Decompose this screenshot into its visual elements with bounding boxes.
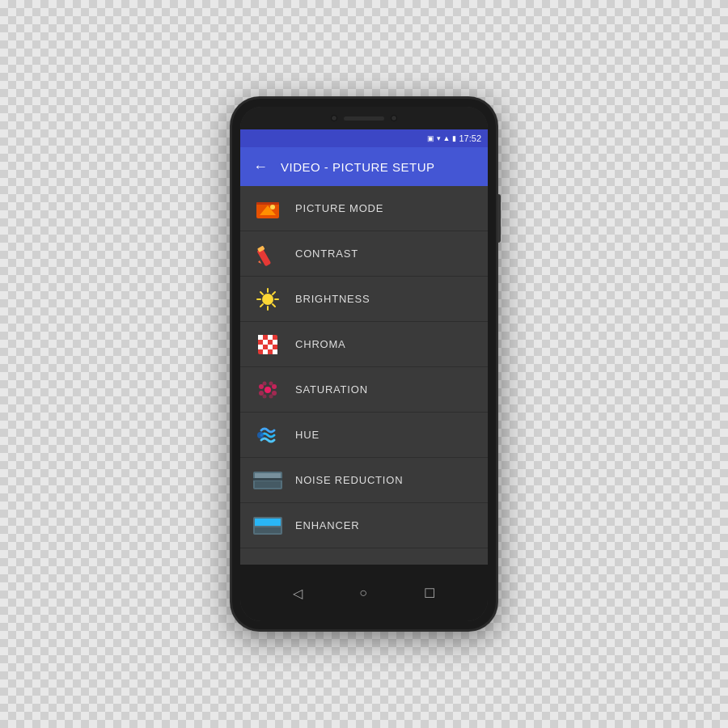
menu-list: PICTURE MODE CONTRAST — [240, 186, 488, 565]
bottom-nav: ◁ ○ ☐ — [240, 565, 488, 621]
svg-rect-21 — [258, 345, 263, 349]
svg-rect-40 — [255, 518, 281, 526]
noise-reduction-icon — [253, 466, 282, 495]
menu-item-contrast[interactable]: CONTRAST — [240, 231, 488, 277]
status-bar: ▣ ▾ ▲ ▮ 17:52 — [240, 129, 488, 147]
status-icons: ▣ ▾ ▲ ▮ 17:52 — [427, 133, 481, 143]
svg-point-34 — [257, 432, 264, 438]
menu-item-picture-mode[interactable]: PICTURE MODE — [240, 186, 488, 231]
svg-line-12 — [260, 292, 263, 294]
svg-rect-23 — [263, 349, 268, 354]
brightness-icon — [253, 285, 282, 314]
signal-icon: ▲ — [443, 134, 451, 142]
menu-item-saturation[interactable]: SATURATION — [240, 367, 488, 413]
home-nav-button[interactable]: ○ — [359, 586, 367, 600]
svg-point-28 — [259, 391, 264, 396]
svg-line-13 — [273, 304, 275, 307]
noise-reduction-label: NOISE REDUCTION — [295, 474, 403, 486]
svg-point-2 — [270, 205, 275, 210]
svg-rect-17 — [258, 335, 263, 340]
svg-rect-38 — [253, 478, 282, 480]
svg-rect-3 — [256, 202, 279, 205]
phone-screen: ▣ ▾ ▲ ▮ 17:52 ← VIDEO - PICTURE SETUP — [240, 107, 488, 621]
svg-point-30 — [263, 381, 267, 385]
screen-title: VIDEO - PICTURE SETUP — [281, 160, 435, 174]
enhancer-icon — [253, 511, 282, 540]
brightness-label: BRIGHTNESS — [295, 293, 370, 305]
svg-point-32 — [263, 394, 267, 398]
phone-display: ▣ ▾ ▲ ▮ 17:52 ← VIDEO - PICTURE SETUP — [240, 129, 488, 565]
recent-nav-button[interactable]: ☐ — [424, 586, 435, 601]
picture-mode-label: PICTURE MODE — [295, 202, 383, 214]
hue-icon — [253, 421, 282, 450]
svg-point-33 — [269, 394, 273, 398]
phone-device: ▣ ▾ ▲ ▮ 17:52 ← VIDEO - PICTURE SETUP — [231, 97, 497, 631]
svg-point-31 — [269, 381, 273, 385]
hue-label: HUE — [295, 429, 320, 441]
menu-item-enhancer[interactable]: ENHANCER — [240, 503, 488, 548]
wifi-icon: ▾ — [437, 134, 441, 142]
app-bar: ← VIDEO - PICTURE SETUP — [240, 147, 488, 186]
svg-marker-5 — [258, 260, 261, 264]
svg-rect-37 — [255, 481, 281, 488]
sim-icon: ▣ — [427, 134, 434, 142]
phone-notch — [240, 107, 488, 129]
saturation-icon — [253, 375, 282, 404]
back-nav-button[interactable]: ◁ — [293, 586, 303, 601]
svg-rect-19 — [263, 340, 268, 345]
svg-rect-18 — [268, 335, 273, 340]
svg-point-29 — [272, 391, 277, 396]
menu-item-noise-reduction[interactable]: NOISE REDUCTION — [240, 458, 488, 503]
picture-mode-icon — [253, 194, 282, 223]
svg-point-25 — [265, 387, 271, 393]
chroma-label: CHROMA — [295, 338, 346, 350]
svg-rect-24 — [273, 349, 277, 354]
contrast-label: CONTRAST — [295, 248, 358, 260]
menu-item-chroma[interactable]: CHROMA — [240, 322, 488, 367]
enhancer-label: ENHANCER — [295, 519, 359, 531]
svg-point-7 — [262, 294, 273, 305]
svg-rect-22 — [268, 345, 273, 349]
svg-point-27 — [272, 384, 277, 389]
saturation-label: SATURATION — [295, 383, 368, 396]
menu-item-brightness[interactable]: BRIGHTNESS — [240, 277, 488, 322]
back-button[interactable]: ← — [253, 159, 268, 176]
camera-dot — [331, 115, 337, 121]
menu-item-hue[interactable]: HUE — [240, 413, 488, 458]
svg-line-15 — [260, 304, 263, 307]
battery-icon: ▮ — [452, 134, 456, 142]
svg-line-14 — [273, 292, 275, 294]
svg-rect-41 — [255, 527, 281, 533]
svg-point-26 — [259, 384, 264, 389]
contrast-icon — [253, 239, 282, 269]
svg-rect-20 — [273, 340, 277, 345]
sensor-dot — [391, 115, 397, 121]
clock: 17:52 — [459, 133, 481, 143]
speaker-grille — [344, 116, 384, 121]
chroma-icon — [253, 330, 282, 359]
